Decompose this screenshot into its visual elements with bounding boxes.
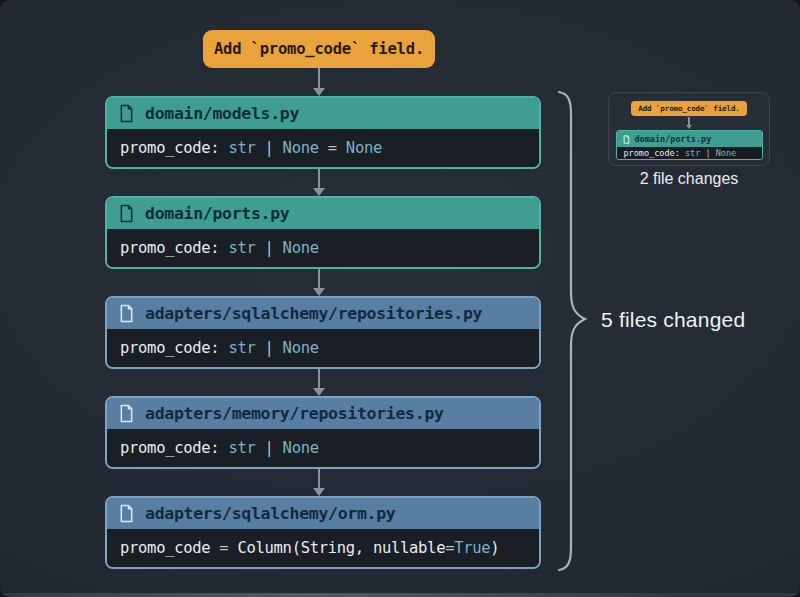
code-line: promo_code: str | None [107,329,539,367]
code-token: | [256,139,283,157]
code-token: promo_code [120,539,219,557]
flow-arrow-line [318,368,320,388]
arrow-down-icon [313,488,325,496]
file-card-header: domain/ports.py [107,198,539,229]
flow-arrow [312,368,325,396]
code-token: promo_code: [120,439,228,457]
file-card-header: adapters/sqlalchemy/repositories.py [107,298,539,329]
file-name: domain/ports.py [145,204,290,223]
file-card: domain/ports.py promo_code: str | None [105,196,541,269]
code-line: promo_code: str | None = None [107,129,539,167]
arrow-down-icon [313,288,325,296]
file-icon [623,135,630,144]
code-token: None [716,148,736,158]
code-line: promo_code: str | None [107,229,539,267]
code-token: None [283,339,319,357]
diagram-canvas: Add `promo_code` field. domain/models.py [0,0,800,597]
code-token: None [346,139,382,157]
mini-file-card-header: domain/ports.py [617,131,762,147]
file-icon [119,504,134,523]
five-files-brace [551,90,595,572]
file-card-header: domain/models.py [107,98,539,129]
file-icon [119,304,134,323]
code-token: promo_code: [624,148,685,158]
flow-arrow [312,68,325,96]
flow-arrow [312,468,325,496]
screen-bottom-edge [0,593,800,597]
file-card-header: adapters/memory/repositories.py [107,398,539,429]
code-token: promo_code: [120,339,228,357]
code-token: ) [490,539,499,557]
mini-file-card: domain/ports.py promo_code: str | None [616,130,763,160]
flow-arrow-line [318,468,320,488]
flow-arrow [312,168,325,196]
code-token: | [256,339,283,357]
code-line: promo_code = Column(String, nullable=Tru… [107,529,539,567]
arrow-down-icon [686,125,692,129]
code-token: str [228,239,255,257]
code-token: = [445,539,454,557]
file-card: adapters/sqlalchemy/repositories.py prom… [105,296,541,369]
flow-arrow-line [318,68,320,88]
files-changed-label: 5 files changed [601,308,745,332]
code-token: str [228,439,255,457]
code-token: | [700,148,715,158]
flow-arrow [312,268,325,296]
file-card: adapters/memory/repositories.py promo_co… [105,396,541,469]
code-token: = [219,539,237,557]
file-name: domain/models.py [145,104,299,123]
code-token: None [283,239,319,257]
file-card: domain/models.py promo_code: str | None … [105,96,541,169]
code-token: promo_code: [120,139,228,157]
code-token: promo_code: [120,239,228,257]
mini-code-line: promo_code: str | None [617,147,762,159]
mini-files-changed-label: 2 file changes [600,170,778,188]
file-icon [119,404,134,423]
file-card: adapters/sqlalchemy/orm.py promo_code = … [105,496,541,569]
mini-flow-arrow-line [688,117,690,125]
file-icon [119,204,134,223]
code-token: str [228,139,255,157]
code-token: None [283,439,319,457]
mini-change-request-badge: Add `promo_code` field. [631,101,747,116]
mini-file-name: domain/ports.py [635,134,712,144]
code-token: str [228,339,255,357]
code-token: Column(String, nullable [237,539,445,557]
file-name: adapters/sqlalchemy/repositories.py [145,304,482,323]
code-token: True [454,539,490,557]
file-name: adapters/memory/repositories.py [145,404,444,423]
file-name: adapters/sqlalchemy/orm.py [145,504,395,523]
code-token: = [319,139,346,157]
code-token: | [256,439,283,457]
code-token: | [256,239,283,257]
arrow-down-icon [313,388,325,396]
flow-arrow-line [318,268,320,288]
code-token: str [685,148,700,158]
arrow-down-icon [313,188,325,196]
file-icon [119,104,134,123]
flow-arrow-line [318,168,320,188]
code-line: promo_code: str | None [107,429,539,467]
file-card-header: adapters/sqlalchemy/orm.py [107,498,539,529]
overview-thumbnail-panel: Add `promo_code` field. domain/ports.py … [608,92,770,166]
code-token: None [283,139,319,157]
arrow-down-icon [313,88,325,96]
change-request-badge: Add `promo_code` field. [203,30,435,68]
mini-flow-arrow [686,117,692,129]
